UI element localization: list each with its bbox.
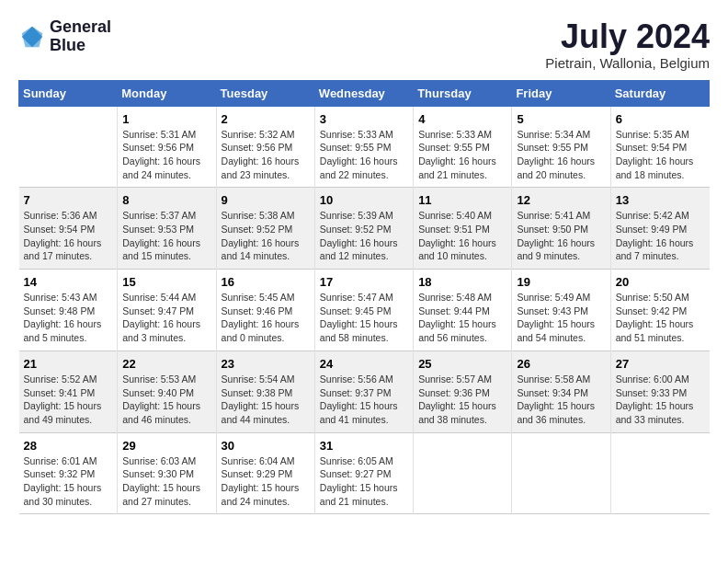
day-info: Sunrise: 6:01 AM Sunset: 9:32 PM Dayligh… <box>24 454 113 509</box>
calendar-cell: 13Sunrise: 5:42 AM Sunset: 9:49 PM Dayli… <box>610 188 709 270</box>
day-info: Sunrise: 5:50 AM Sunset: 9:42 PM Dayligh… <box>616 291 705 345</box>
day-info: Sunrise: 5:47 AM Sunset: 9:45 PM Dayligh… <box>320 291 408 345</box>
weekday-header: Friday <box>512 80 610 106</box>
day-info: Sunrise: 6:03 AM Sunset: 9:30 PM Dayligh… <box>122 454 210 509</box>
calendar-cell: 27Sunrise: 6:00 AM Sunset: 9:33 PM Dayli… <box>610 350 709 432</box>
calendar-week-row: 28Sunrise: 6:01 AM Sunset: 9:32 PM Dayli… <box>19 432 710 514</box>
day-number: 7 <box>24 193 113 207</box>
day-info: Sunrise: 5:45 AM Sunset: 9:46 PM Dayligh… <box>222 291 310 345</box>
calendar-cell: 16Sunrise: 5:45 AM Sunset: 9:46 PM Dayli… <box>216 270 314 351</box>
calendar-week-row: 1Sunrise: 5:31 AM Sunset: 9:56 PM Daylig… <box>19 106 710 188</box>
calendar-cell: 9Sunrise: 5:38 AM Sunset: 9:52 PM Daylig… <box>216 188 314 270</box>
day-info: Sunrise: 5:35 AM Sunset: 9:54 PM Dayligh… <box>616 128 705 182</box>
day-info: Sunrise: 5:33 AM Sunset: 9:55 PM Dayligh… <box>418 128 506 182</box>
day-info: Sunrise: 5:48 AM Sunset: 9:44 PM Dayligh… <box>418 291 506 345</box>
day-number: 12 <box>517 193 605 207</box>
calendar-table: SundayMondayTuesdayWednesdayThursdayFrid… <box>18 80 710 515</box>
day-info: Sunrise: 6:00 AM Sunset: 9:33 PM Dayligh… <box>616 373 705 427</box>
calendar-cell: 10Sunrise: 5:39 AM Sunset: 9:52 PM Dayli… <box>314 188 413 270</box>
calendar-cell <box>512 432 610 514</box>
logo-text: General Blue <box>50 18 111 55</box>
day-info: Sunrise: 6:04 AM Sunset: 9:29 PM Dayligh… <box>222 454 310 509</box>
weekday-header: Sunday <box>19 80 118 106</box>
calendar-cell: 22Sunrise: 5:53 AM Sunset: 9:40 PM Dayli… <box>118 350 216 432</box>
calendar-cell: 21Sunrise: 5:52 AM Sunset: 9:41 PM Dayli… <box>19 350 118 432</box>
calendar-cell: 14Sunrise: 5:43 AM Sunset: 9:48 PM Dayli… <box>19 270 118 351</box>
day-number: 3 <box>320 112 408 126</box>
calendar-cell: 28Sunrise: 6:01 AM Sunset: 9:32 PM Dayli… <box>19 432 118 514</box>
calendar-cell: 26Sunrise: 5:58 AM Sunset: 9:34 PM Dayli… <box>512 350 610 432</box>
day-number: 4 <box>418 112 506 126</box>
day-info: Sunrise: 5:49 AM Sunset: 9:43 PM Dayligh… <box>517 291 605 345</box>
day-info: Sunrise: 5:38 AM Sunset: 9:52 PM Dayligh… <box>222 209 310 263</box>
day-info: Sunrise: 5:42 AM Sunset: 9:49 PM Dayligh… <box>616 209 705 263</box>
day-number: 8 <box>122 193 210 207</box>
day-number: 22 <box>122 357 210 371</box>
calendar-cell: 20Sunrise: 5:50 AM Sunset: 9:42 PM Dayli… <box>610 270 709 351</box>
day-number: 28 <box>24 439 113 453</box>
calendar-cell: 6Sunrise: 5:35 AM Sunset: 9:54 PM Daylig… <box>610 106 709 188</box>
month-title: July 2024 <box>545 18 710 55</box>
calendar-week-row: 14Sunrise: 5:43 AM Sunset: 9:48 PM Dayli… <box>19 270 710 351</box>
day-info: Sunrise: 5:58 AM Sunset: 9:34 PM Dayligh… <box>517 373 605 427</box>
calendar-cell: 5Sunrise: 5:34 AM Sunset: 9:55 PM Daylig… <box>512 106 610 188</box>
day-number: 19 <box>517 275 605 289</box>
day-number: 29 <box>122 439 210 453</box>
calendar-cell: 7Sunrise: 5:36 AM Sunset: 9:54 PM Daylig… <box>19 188 118 270</box>
calendar-cell: 29Sunrise: 6:03 AM Sunset: 9:30 PM Dayli… <box>118 432 216 514</box>
day-number: 13 <box>616 193 705 207</box>
day-info: Sunrise: 5:37 AM Sunset: 9:53 PM Dayligh… <box>122 209 210 263</box>
day-number: 1 <box>122 112 210 126</box>
day-info: Sunrise: 5:54 AM Sunset: 9:38 PM Dayligh… <box>222 373 310 427</box>
weekday-header: Tuesday <box>216 80 314 106</box>
day-info: Sunrise: 5:43 AM Sunset: 9:48 PM Dayligh… <box>24 291 113 345</box>
calendar-cell: 17Sunrise: 5:47 AM Sunset: 9:45 PM Dayli… <box>314 270 413 351</box>
calendar-cell: 30Sunrise: 6:04 AM Sunset: 9:29 PM Dayli… <box>216 432 314 514</box>
logo-icon <box>18 23 46 51</box>
day-info: Sunrise: 5:31 AM Sunset: 9:56 PM Dayligh… <box>122 128 210 182</box>
day-number: 27 <box>616 357 705 371</box>
day-info: Sunrise: 5:39 AM Sunset: 9:52 PM Dayligh… <box>320 209 408 263</box>
day-number: 15 <box>122 275 210 289</box>
day-info: Sunrise: 5:44 AM Sunset: 9:47 PM Dayligh… <box>122 291 210 345</box>
calendar-cell: 18Sunrise: 5:48 AM Sunset: 9:44 PM Dayli… <box>414 270 512 351</box>
calendar-cell <box>610 432 709 514</box>
day-number: 25 <box>418 357 506 371</box>
calendar-cell: 25Sunrise: 5:57 AM Sunset: 9:36 PM Dayli… <box>414 350 512 432</box>
day-number: 23 <box>222 357 310 371</box>
day-number: 24 <box>320 357 408 371</box>
day-number: 10 <box>320 193 408 207</box>
calendar-cell: 4Sunrise: 5:33 AM Sunset: 9:55 PM Daylig… <box>414 106 512 188</box>
day-number: 21 <box>24 357 113 371</box>
calendar-cell: 23Sunrise: 5:54 AM Sunset: 9:38 PM Dayli… <box>216 350 314 432</box>
logo: General Blue <box>18 18 111 55</box>
day-number: 20 <box>616 275 705 289</box>
calendar-cell: 1Sunrise: 5:31 AM Sunset: 9:56 PM Daylig… <box>118 106 216 188</box>
calendar-cell <box>19 106 118 188</box>
weekday-header: Wednesday <box>314 80 413 106</box>
day-number: 26 <box>517 357 605 371</box>
day-number: 16 <box>222 275 310 289</box>
title-block: July 2024 Pietrain, Wallonia, Belgium <box>545 18 710 71</box>
weekday-header-row: SundayMondayTuesdayWednesdayThursdayFrid… <box>19 80 710 106</box>
day-number: 6 <box>616 112 705 126</box>
calendar-cell: 31Sunrise: 6:05 AM Sunset: 9:27 PM Dayli… <box>314 432 413 514</box>
day-info: Sunrise: 5:33 AM Sunset: 9:55 PM Dayligh… <box>320 128 408 182</box>
day-number: 5 <box>517 112 605 126</box>
day-number: 11 <box>418 193 506 207</box>
calendar-cell: 12Sunrise: 5:41 AM Sunset: 9:50 PM Dayli… <box>512 188 610 270</box>
day-number: 2 <box>222 112 310 126</box>
day-number: 17 <box>320 275 408 289</box>
day-info: Sunrise: 5:34 AM Sunset: 9:55 PM Dayligh… <box>517 128 605 182</box>
page-header: General Blue July 2024 Pietrain, Walloni… <box>18 18 710 71</box>
weekday-header: Monday <box>118 80 216 106</box>
calendar-week-row: 21Sunrise: 5:52 AM Sunset: 9:41 PM Dayli… <box>19 350 710 432</box>
day-number: 14 <box>24 275 113 289</box>
calendar-cell: 2Sunrise: 5:32 AM Sunset: 9:56 PM Daylig… <box>216 106 314 188</box>
day-info: Sunrise: 5:57 AM Sunset: 9:36 PM Dayligh… <box>418 373 506 427</box>
day-number: 31 <box>320 439 408 453</box>
day-info: Sunrise: 5:32 AM Sunset: 9:56 PM Dayligh… <box>222 128 310 182</box>
day-info: Sunrise: 6:05 AM Sunset: 9:27 PM Dayligh… <box>320 454 408 509</box>
calendar-cell: 8Sunrise: 5:37 AM Sunset: 9:53 PM Daylig… <box>118 188 216 270</box>
day-info: Sunrise: 5:56 AM Sunset: 9:37 PM Dayligh… <box>320 373 408 427</box>
